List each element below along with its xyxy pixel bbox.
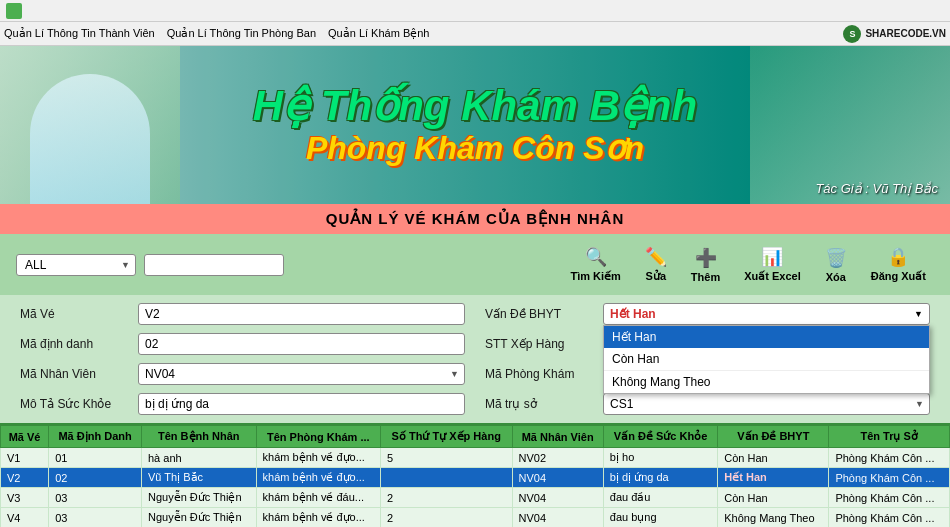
cell-stt: 2 [380,508,512,528]
select-ma-nhan-vien[interactable]: NV04 NV01 NV02 NV03 [138,363,465,385]
cell-ma-ve: V3 [1,488,49,508]
th-ma-nv: Mã Nhân Viên [512,426,603,448]
cell-ma-nv: NV04 [512,488,603,508]
input-ma-ve[interactable] [138,303,465,325]
edit-icon: ✏️ [645,246,667,268]
th-ten-pk: Tên Phòng Khám ... [256,426,380,448]
bhyt-dropdown-arrow: ▼ [914,309,923,319]
label-ma-tru-so: Mã trụ sở [485,397,595,411]
data-table: Mã Vé Mã Định Danh Tên Bệnh Nhân Tên Phò… [0,425,950,527]
menu-thanh-vien[interactable]: Quản Lí Thông Tin Thành Viên [4,27,155,40]
label-ma-nhan-vien: Mã Nhân Viên [20,367,130,381]
excel-icon: 📊 [761,246,783,268]
cell-stt: 2 [380,488,512,508]
bhyt-select-trigger[interactable]: Hết Han ▼ [603,303,930,325]
cell-ma-dinh-danh: 03 [49,508,142,528]
cell-ten-tru-so: Phòng Khám Côn ... [829,468,950,488]
cell-ma-ve: V4 [1,508,49,528]
select-wrapper-nhan-vien: NV04 NV01 NV02 NV03 [138,363,465,385]
cell-ten-tru-so: Phòng Khám Côn ... [829,488,950,508]
edit-button[interactable]: ✏️ Sửa [637,242,675,287]
filter-wrapper: ALL V1 V2 V3 [16,254,136,276]
add-icon: ➕ [695,247,717,269]
bhyt-option-con-han[interactable]: Còn Han [604,348,929,371]
toolbar: ALL V1 V2 V3 🔍 Tìm Kiếm ✏️ Sửa ➕ Thêm 📊 … [0,234,950,295]
th-van-de-sk: Vấn Đề Sức Khỏe [603,426,717,448]
label-ma-ve: Mã Vé [20,307,130,321]
form-row-ma-nhan-vien: Mã Nhân Viên NV04 NV01 NV02 NV03 [20,363,465,385]
form-row-mo-ta: Mô Tả Sức Khỏe [20,393,465,415]
table-header-row: Mã Vé Mã Định Danh Tên Bệnh Nhân Tên Phò… [1,426,950,448]
form-row-van-de-bhyt: Vấn Đề BHYT Hết Han ▼ Hết Han Còn Han Kh… [485,303,930,325]
form-left: Mã Vé Mã định danh Mã Nhân Viên NV04 NV0… [20,303,465,415]
filter-select[interactable]: ALL V1 V2 V3 [16,254,136,276]
cell-ten-bn: Vũ Thị Bắc [141,468,256,488]
app-icon [6,3,22,19]
banner: Hệ Thống Khám Bệnh Phòng Khám Côn Sơn Tá… [0,46,950,204]
cell-ten-pk: khám bệnh về đựo... [256,508,380,528]
cell-van-de-sk: đau bụng [603,508,717,528]
menu-phong-ban[interactable]: Quản Lí Thông Tin Phòng Ban [167,27,316,40]
logo-text: SHARECODE.VN [865,28,946,39]
cell-ten-bn: hà anh [141,448,256,468]
search-button[interactable]: 🔍 Tìm Kiếm [562,242,628,287]
cell-van-de-sk: bị ho [603,448,717,468]
logout-button[interactable]: 🔒 Đăng Xuất [863,242,934,287]
cell-van-de-bhyt: Còn Han [718,488,829,508]
cell-van-de-bhyt: Không Mang Theo [718,508,829,528]
label-ma-dinh-danh: Mã định danh [20,337,130,351]
cell-stt: 5 [380,448,512,468]
cell-ma-nv: NV04 [512,468,603,488]
bhyt-dropdown-list: Hết Han Còn Han Không Mang Theo [603,325,930,394]
th-ten-bn: Tên Bệnh Nhân [141,426,256,448]
add-button[interactable]: ➕ Thêm [683,243,728,287]
cell-stt [380,468,512,488]
data-table-wrapper: Mã Vé Mã Định Danh Tên Bệnh Nhân Tên Phò… [0,423,950,527]
search-input[interactable] [144,254,284,276]
table-row[interactable]: V3 03 Nguyễn Đức Thiện khám bệnh về đáu.… [1,488,950,508]
banner-author: Tác Giả : Vũ Thị Bắc [815,181,938,196]
bhyt-option-khong-mang[interactable]: Không Mang Theo [604,371,929,393]
label-mo-ta: Mô Tả Sức Khỏe [20,397,130,411]
cell-ma-nv: NV04 [512,508,603,528]
banner-title2: Phòng Khám Côn Sơn [253,129,697,167]
cell-van-de-sk: đau đầu [603,488,717,508]
cell-ten-bn: Nguyễn Đức Thiện [141,508,256,528]
select-wrapper-tru-so: CS1 CS2 [603,393,930,415]
th-ten-tru-so: Tên Trụ Sở [829,426,950,448]
logo-area: S SHARECODE.VN [843,25,946,43]
cell-ma-dinh-danh: 03 [49,488,142,508]
cell-ten-pk: khám bệnh về đáu... [256,488,380,508]
delete-button[interactable]: 🗑️ Xóa [817,243,855,287]
cell-ma-dinh-danh: 01 [49,448,142,468]
table-row[interactable]: V2 02 Vũ Thị Bắc khám bệnh về đựo... NV0… [1,468,950,488]
form-row-ma-tru-so: Mã trụ sở CS1 CS2 [485,393,930,415]
th-ma-ve: Mã Vé [1,426,49,448]
select-ma-tru-so[interactable]: CS1 CS2 [603,393,930,415]
search-icon: 🔍 [585,246,607,268]
input-mo-ta[interactable] [138,393,465,415]
banner-content: Hệ Thống Khám Bệnh Phòng Khám Côn Sơn [253,83,697,167]
menubar: Quản Lí Thông Tin Thành Viên Quản Lí Thô… [0,22,950,46]
label-stt: STT Xếp Hàng [485,337,595,351]
cell-ten-pk: khám bệnh về đựo... [256,468,380,488]
input-ma-dinh-danh[interactable] [138,333,465,355]
excel-button[interactable]: 📊 Xuất Excel [736,242,809,287]
delete-icon: 🗑️ [825,247,847,269]
bhyt-dropdown-container: Hết Han ▼ Hết Han Còn Han Không Mang The… [603,303,930,325]
cell-ma-nv: NV02 [512,448,603,468]
label-ma-phong-kham: Mã Phòng Khám [485,367,595,381]
form-row-ma-ve: Mã Vé [20,303,465,325]
logo-icon: S [843,25,861,43]
cell-ten-pk: khám bệnh về đựo... [256,448,380,468]
banner-title1: Hệ Thống Khám Bệnh [253,83,697,129]
menu-kham-benh[interactable]: Quản Lí Khám Bệnh [328,27,429,40]
label-van-de-bhyt: Vấn Đề BHYT [485,307,595,321]
table-row[interactable]: V4 03 Nguyễn Đức Thiện khám bệnh về đựo.… [1,508,950,528]
table-row[interactable]: V1 01 hà anh khám bệnh về đựo... 5 NV02 … [1,448,950,468]
bhyt-selected-value: Hết Han [610,307,914,321]
cell-ten-tru-so: Phòng Khám Côn ... [829,448,950,468]
cell-van-de-bhyt: Còn Han [718,448,829,468]
form-right: Vấn Đề BHYT Hết Han ▼ Hết Han Còn Han Kh… [485,303,930,415]
logout-icon: 🔒 [887,246,909,268]
